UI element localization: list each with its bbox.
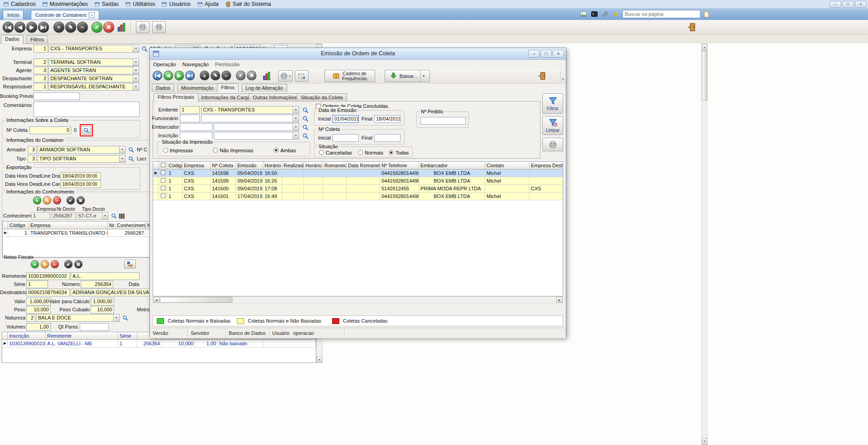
toolbar-overflow-chevron[interactable]: ▾ [560,70,565,82]
grid-horizontal-scrollbar[interactable]: ◀ ▶ [153,296,563,303]
print-button[interactable] [152,21,166,33]
previous-record-button[interactable]: ◀ [164,71,173,80]
dropdown-arrow-icon[interactable]: ▾ [420,70,425,82]
row-checkbox[interactable] [161,178,165,183]
conhecimento-edit-button[interactable]: ✎ [43,196,51,204]
notas-edit-button[interactable]: ✎ [41,260,49,268]
print-button[interactable]: ▾ [278,70,293,82]
armador-search-icon[interactable] [128,147,134,153]
tab-filtros[interactable]: Filtros [26,35,48,44]
notas-delete-button[interactable]: − [51,260,59,268]
tab-filtros[interactable]: Filtros [217,83,239,92]
funcionario-combo[interactable]: ▼ [201,115,299,122]
conhecimento-nrdocto-field[interactable]: 2566287 [51,212,76,220]
tipo-code-field[interactable]: 3 [28,155,37,163]
dialog-close-button[interactable]: × [553,50,564,58]
close-tab-icon[interactable]: × [89,12,95,18]
export-send-button[interactable] [295,70,309,82]
menu-movimentacoes[interactable]: Movimentações [39,0,91,8]
first-record-button[interactable]: ◀ [153,71,162,80]
peso-field[interactable]: 10,000 [26,306,51,314]
tab-movimentacao[interactable]: Movimentação [177,84,218,92]
grid-row[interactable]: 1 CXS 141599 09/04/2019 16:26 0441592801… [153,177,563,185]
coleta-final-field[interactable] [374,134,400,142]
limpar-button[interactable]: Limpar [542,116,563,135]
menu-operacao[interactable]: Operação [150,60,179,68]
grid-header-row[interactable]: Código Empresa Nº Coleta Emissão Horário… [153,162,563,169]
confirm-button[interactable]: ✔ [236,71,246,80]
despachante-code-field[interactable]: 2 [34,75,48,82]
tab-dados[interactable]: Dados [1,35,24,44]
responsavel-code-field[interactable]: 1 [34,83,48,91]
subtab-situacao-coleta[interactable]: Situação da Coleta [297,93,347,102]
caderno-frequencias-button[interactable]: Caderno de Frequências [324,70,375,82]
emitente-code-field[interactable]: 1 [180,106,200,114]
row-checkbox[interactable] [161,193,165,198]
table-row[interactable]: ▶ 1 TRANSPORTES TRANSLOVATO LTDA 2566287 [3,229,152,237]
chevron-down-icon[interactable]: ▼ [133,45,139,52]
last-record-button[interactable]: ▶ [185,71,195,80]
natureza-combo[interactable]: BALA E DOCE▼ [36,314,120,322]
remetente-cnpj-field[interactable]: 10301399000102 [26,272,70,280]
emissao-final-field[interactable]: 18/04/2019 [374,115,400,123]
scroll-down-button[interactable]: ▼ [317,357,322,363]
armador-code-field[interactable]: 3 [28,146,37,154]
tab-controle-de-containers[interactable]: Controle de Containers × [31,10,99,19]
scroll-right-button[interactable]: ▶ [556,297,563,303]
chevron-down-icon[interactable]: ▼ [119,146,125,153]
scroll-down-button[interactable]: ▼ [702,438,707,445]
coleta-inicial-field[interactable] [333,134,359,142]
barcode-icon[interactable] [119,213,125,220]
next-record-button[interactable]: ▶ [174,71,184,80]
menu-usuarios[interactable]: Usuários [158,0,193,8]
notas-cancel-button[interactable]: ✖ [74,260,82,268]
empresa-code-field[interactable]: 1 [34,45,48,53]
chevron-down-icon[interactable]: ▼ [113,314,119,321]
chart-icon[interactable] [262,72,271,80]
qt-pares-field[interactable] [80,323,109,331]
search-input[interactable] [622,10,700,18]
embarcador-search-icon[interactable] [302,124,309,131]
conhecimento-delete-button[interactable]: − [53,196,61,204]
notas-add-button[interactable]: + [31,260,39,268]
delete-record-button[interactable]: − [77,22,88,33]
dropdown-arrow-icon[interactable]: ▾ [289,74,290,77]
chevron-down-icon[interactable]: ▼ [133,59,139,66]
n-pedido-field[interactable] [420,117,466,125]
emitente-search-icon[interactable] [302,107,309,113]
subtab-outras-informacoes[interactable]: Outras Informações [249,93,301,102]
cancel-button[interactable]: ✖ [103,22,114,33]
inscricao-search-icon[interactable] [302,133,309,139]
main-content-scrollbar[interactable]: ▲ ▼ [701,44,708,445]
conhecimento-tipodocto-combo[interactable]: 57-CT-e▼ [77,212,108,220]
empresa-combo[interactable]: CXS - TRANSPORTES▼ [48,45,139,53]
select-all-checkbox[interactable] [161,163,165,167]
volumes-field[interactable]: 1,00 [26,323,51,331]
chevron-down-icon[interactable]: ▼ [133,83,139,90]
menu-navegacao[interactable]: Navegação [179,60,212,68]
remetente-nome-field[interactable]: A.L. [71,272,140,280]
radio-impressas[interactable]: Impressas [163,147,193,153]
agente-combo[interactable]: AGENTE SOFTRAN▼ [48,67,139,74]
delete-record-button[interactable]: − [222,71,231,80]
funcionario-code-field[interactable] [180,115,200,122]
filtrar-button[interactable]: Filtrar [542,93,563,114]
conhecimento-search-icon[interactable] [111,213,117,219]
add-record-button[interactable]: + [200,71,209,80]
row-checkbox[interactable] [161,186,165,190]
console-icon[interactable] [590,10,599,19]
grid-row[interactable]: 1 CXS 141601 17/04/2019 16:49 0441592801… [153,193,563,200]
chart-icon[interactable] [117,23,126,32]
deadline-draft-field[interactable]: 18/04/2019 00:00 [60,172,101,180]
numero-field[interactable]: 256354 [81,281,113,288]
empresa-search-icon[interactable] [141,46,148,52]
confirm-button[interactable]: ✔ [92,22,102,33]
chevron-down-icon[interactable]: ▼ [293,106,299,113]
scrollbar-thumb[interactable] [702,51,707,101]
window-maximize-button[interactable]: □ [842,1,854,8]
menu-saidas[interactable]: Saídas [91,0,122,8]
embarcador-combo[interactable]: ▼ [214,123,299,131]
coletas-grid[interactable]: Código Empresa Nº Coleta Emissão Horário… [153,161,563,296]
natureza-code-field[interactable]: 2 [26,314,35,322]
conhecimento-table[interactable]: Código Empresa Nr. Conhecimento N ▶ 1 TR… [2,221,153,257]
